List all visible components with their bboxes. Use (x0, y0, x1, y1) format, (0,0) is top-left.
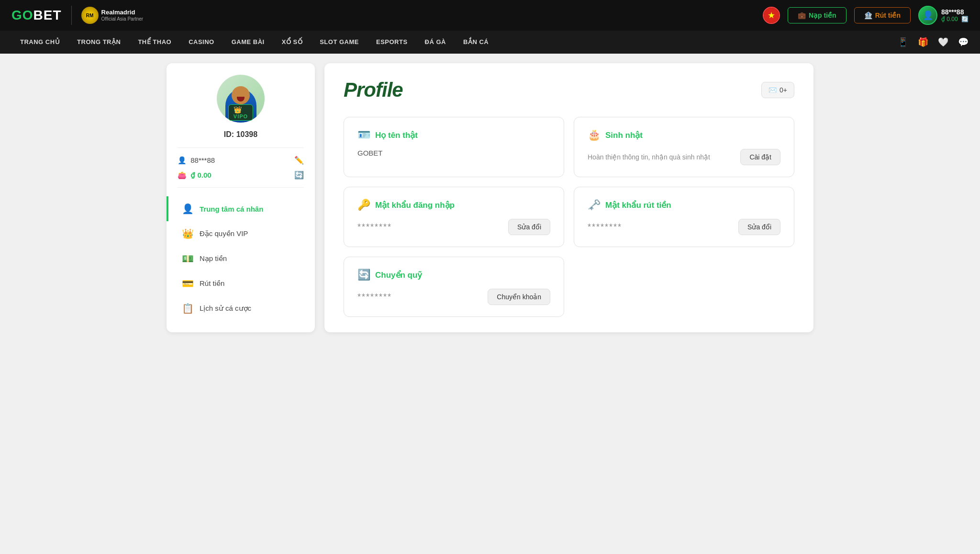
nav-casino[interactable]: CASINO (180, 31, 223, 54)
dangnhap-password: ******** (357, 222, 392, 232)
mail-icon: ✉️ (768, 86, 777, 94)
card-hoten: 🪪 Họ tên thật GOBET (344, 117, 564, 177)
language-selector[interactable] (763, 7, 780, 24)
hoten-value: GOBET (357, 149, 550, 157)
naptien-button[interactable]: 💼 Nạp tiền (788, 7, 846, 23)
header-balance: ₫ 0.00 🔄 (941, 16, 969, 23)
matkhau-dangnhap-row: ******** Sửa đổi (357, 219, 550, 235)
header-username: 88***88 (941, 8, 969, 16)
card-chuyenquy-title: 🔄 Chuyển quỹ (357, 269, 550, 281)
nav-slotgame[interactable]: SLOT GAME (311, 31, 368, 54)
header-avatar[interactable]: 👤 (918, 6, 937, 25)
logo-divider (71, 6, 72, 25)
partner-logo: RM (81, 7, 99, 24)
sidebar-balance: 👛 ₫ 0.00 (178, 171, 211, 180)
user-id: ID: 10398 (224, 130, 257, 139)
birthday-content: Hoàn thiện thông tin, nhận quà sinh nhật… (588, 149, 780, 165)
card-matkhau-dangnhap: 🔑 Mật khẩu đăng nhập ******** Sửa đổi (344, 187, 564, 247)
user-info: 88***88 ₫ 0.00 🔄 (941, 8, 969, 23)
logo-area: GOBET RM Realmadrid Official Asia Partne… (11, 6, 143, 25)
vipo-badge: 👑 VIPO (228, 104, 253, 121)
nav-xoso[interactable]: XỔ SỐ (273, 31, 311, 54)
profile-area: Profile ✉️ 0+ 🪪 Họ tên thật GOBET 🎂 Sinh… (324, 63, 813, 332)
birthday-icon: 🎂 (588, 129, 601, 141)
vietnam-flag (764, 8, 779, 23)
withdraw-icon: 💳 (182, 278, 194, 289)
nav-trangchu[interactable]: TRANG CHỦ (11, 31, 68, 54)
balance-row: 👛 ₫ 0.00 🔄 (178, 168, 304, 182)
wallet-sidebar-icon: 👛 (178, 171, 187, 180)
partner-text: Realmadrid Official Asia Partner (101, 9, 144, 22)
sidebar-item-ruttien[interactable]: 💳 Rút tiền (167, 271, 315, 296)
user-area: 👤 88***88 ₫ 0.00 🔄 (918, 6, 969, 25)
sidebar-divider-2 (178, 187, 304, 188)
transfer-icon: 🔄 (357, 269, 370, 281)
phone-icon[interactable]: 📱 (898, 37, 908, 47)
card-chuyenquy: 🔄 Chuyển quỹ ******** Chuyển khoản (344, 257, 564, 317)
card-matkhau-ruttien: 🗝️ Mật khẩu rút tiền ******** Sửa đổi (574, 187, 794, 247)
chuyenquy-row: ******** Chuyển khoản (357, 289, 550, 305)
player-head (232, 86, 250, 104)
nav-trongtran[interactable]: TRONG TRẬN (68, 31, 129, 54)
chuyenquy-password: ******** (357, 292, 392, 302)
chat-icon[interactable]: 💬 (958, 37, 969, 47)
sidebar-item-trungtam[interactable]: 👤 Trung tâm cá nhân (167, 196, 315, 221)
card-hoten-title: 🪪 Họ tên thật (357, 129, 550, 141)
nav-icons: 📱 🎁 🤍 💬 (898, 37, 969, 47)
chuyenkhoan-button[interactable]: Chuyển khoản (488, 289, 550, 305)
history-icon: 📋 (182, 303, 194, 314)
sidebar-item-lichsu[interactable]: 📋 Lịch sử cá cược (167, 296, 315, 321)
player-mouth (237, 97, 245, 102)
key2-icon: 🗝️ (588, 199, 601, 211)
nav-banca[interactable]: BẮN CÁ (455, 31, 497, 54)
edit-icon[interactable]: ✏️ (294, 156, 304, 165)
main-nav: TRANG CHỦ TRONG TRẬN THỂ THAO CASINO GAM… (0, 31, 980, 54)
sidebar-menu: 👤 Trung tâm cá nhân 👑 Đặc quyền VIP 💵 Nạ… (167, 196, 315, 321)
header: GOBET RM Realmadrid Official Asia Partne… (0, 0, 980, 31)
key-icon: 🔑 (357, 199, 370, 211)
username-row: 👤 88***88 ✏️ (178, 153, 304, 168)
card-sinhnhat: 🎂 Sinh nhật Hoàn thiện thông tin, nhận q… (574, 117, 794, 177)
nav-gamebai[interactable]: GAME BÀI (223, 31, 273, 54)
trungtam-icon: 👤 (182, 203, 194, 215)
vip-icon: 👑 (182, 228, 194, 239)
crown-icon: 👑 (234, 106, 242, 113)
profile-grid: 🪪 Họ tên thật GOBET 🎂 Sinh nhật Hoàn thi… (344, 117, 794, 317)
matkhau-ruttien-row: ******** Sửa đổi (588, 219, 780, 235)
mail-badge[interactable]: ✉️ 0+ (761, 82, 794, 98)
card-sinhnhat-title: 🎂 Sinh nhật (588, 129, 780, 141)
ruttien-password: ******** (588, 222, 622, 232)
suadoi-ruttien-button[interactable]: Sửa đổi (738, 219, 780, 235)
main-content: 👑 VIPO ID: 10398 👤 88***88 ✏️ 👛 ₫ 0.00 🔄… (155, 54, 825, 342)
caidat-button[interactable]: Cài đặt (740, 149, 780, 165)
id-card-icon: 🪪 (357, 129, 370, 141)
gift-icon[interactable]: 🎁 (918, 37, 928, 47)
birthday-hint: Hoàn thiện thông tin, nhận quà sinh nhật (588, 152, 740, 162)
profile-header: Profile ✉️ 0+ (344, 79, 794, 102)
logo[interactable]: GOBET (11, 8, 62, 23)
card-matkhau-dangnhap-title: 🔑 Mật khẩu đăng nhập (357, 199, 550, 211)
ruttien-button[interactable]: 🏦 Rút tiền (854, 7, 911, 23)
user-icon: 👤 (178, 156, 187, 165)
sidebar-item-dacquyen[interactable]: 👑 Đặc quyền VIP (167, 221, 315, 246)
nav-esports[interactable]: ESPORTS (368, 31, 416, 54)
profile-title: Profile (344, 79, 403, 102)
sidebar-username: 👤 88***88 (178, 156, 215, 165)
sidebar: 👑 VIPO ID: 10398 👤 88***88 ✏️ 👛 ₫ 0.00 🔄… (167, 63, 315, 332)
heart-icon[interactable]: 🤍 (938, 37, 948, 47)
bank-icon: 🏦 (864, 11, 872, 19)
sidebar-divider-1 (178, 147, 304, 148)
deposit-icon: 💵 (182, 253, 194, 264)
partner-badge: RM Realmadrid Official Asia Partner (81, 7, 144, 24)
sidebar-item-naptien[interactable]: 💵 Nạp tiền (167, 246, 315, 271)
nav-daga[interactable]: ĐÁ GÀ (416, 31, 455, 54)
avatar-wrap: 👑 VIPO (217, 75, 265, 123)
nav-thethao[interactable]: THỂ THAO (129, 31, 180, 54)
suadoi-dangnhap-button[interactable]: Sửa đổi (508, 219, 550, 235)
header-refresh-icon[interactable]: 🔄 (961, 16, 969, 23)
wallet-icon: 💼 (798, 11, 806, 19)
card-matkhau-ruttien-title: 🗝️ Mật khẩu rút tiền (588, 199, 780, 211)
balance-refresh-icon[interactable]: 🔄 (294, 170, 304, 180)
